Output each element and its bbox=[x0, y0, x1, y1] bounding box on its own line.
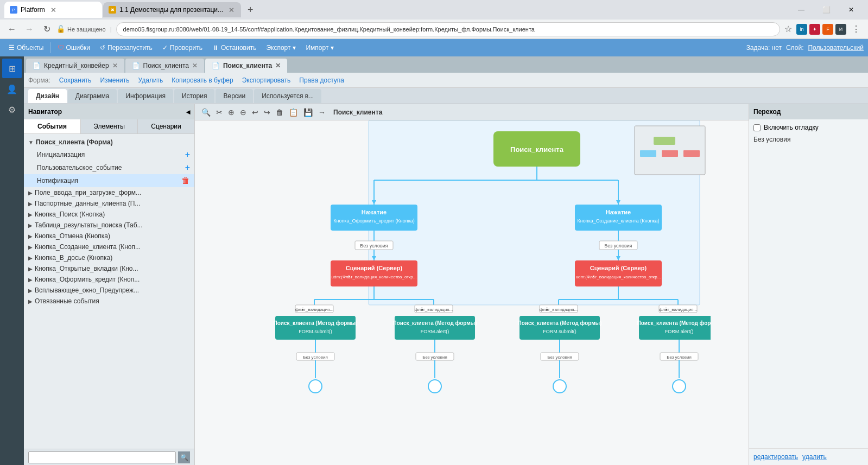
navigator-toggle[interactable]: ◂ bbox=[186, 107, 190, 116]
tab-demo-close[interactable]: ✕ bbox=[229, 6, 235, 14]
linkedin-icon[interactable]: in bbox=[796, 24, 807, 35]
tab-poisk2-close[interactable]: ✕ bbox=[275, 62, 281, 69]
export-action[interactable]: Экспортировать bbox=[242, 77, 291, 84]
nav-tab-elements[interactable]: Элементы bbox=[81, 119, 138, 133]
content-wrapper: 📄 Кредитный_конвейер ✕ 📄 Поиск_клиента ✕… bbox=[24, 56, 868, 465]
cond-label-1: Без условия bbox=[360, 243, 388, 249]
tab-poisk1-close[interactable]: ✕ bbox=[192, 62, 198, 69]
debug-checkbox-row[interactable]: Включить отладку bbox=[753, 124, 864, 131]
copy-action[interactable]: Копировать в буфер bbox=[172, 77, 233, 84]
refresh-button[interactable]: ↻ bbox=[39, 22, 54, 37]
panel-icon-grid[interactable]: ⊞ bbox=[2, 59, 22, 78]
check-button[interactable]: ✓ Проверить bbox=[158, 43, 207, 53]
objects-button[interactable]: ☰ Объекты bbox=[4, 43, 48, 53]
diag-zoom-fit[interactable]: ⊕ bbox=[226, 107, 237, 118]
diag-zoom-out[interactable]: ⊖ bbox=[238, 107, 249, 118]
tree-btn-credit[interactable]: ▶ Кнопка_Оформить_кредит (Кноп... bbox=[24, 274, 194, 285]
diag-delete[interactable]: 🗑 bbox=[274, 107, 286, 118]
tab-kredity-close[interactable]: ✕ bbox=[112, 62, 118, 69]
tree-passport[interactable]: ▶ Паспортные_данные_клиента (П... bbox=[24, 198, 194, 209]
errors-button[interactable]: 🛡 Ошибки bbox=[53, 43, 95, 53]
tree-notification[interactable]: Нотификация 🗑 bbox=[24, 174, 194, 187]
tree-init[interactable]: Инициализация + bbox=[24, 148, 194, 161]
stop-icon: ⏸ bbox=[212, 44, 219, 52]
add-icon-user[interactable]: + bbox=[185, 163, 190, 173]
nav-tab-events[interactable]: События bbox=[24, 119, 81, 133]
tree-table[interactable]: ▶ Таблица_результаты_поиска (Таб... bbox=[24, 220, 194, 231]
delete-link[interactable]: удалить bbox=[802, 453, 827, 461]
delete-icon-notif[interactable]: 🗑 bbox=[181, 176, 190, 186]
maximize-button[interactable]: ⬜ bbox=[814, 2, 839, 18]
back-button[interactable]: ← bbox=[4, 22, 20, 37]
diagram-svg-container[interactable]: Поиск_клиента Нажатие bbox=[195, 120, 749, 465]
tab-platform-close[interactable]: ✕ bbox=[50, 6, 56, 14]
ext-icon-4[interactable]: И bbox=[835, 24, 846, 35]
add-icon-init[interactable]: + bbox=[185, 150, 190, 160]
tab-poisk2-label: Поиск_клиента bbox=[223, 62, 272, 69]
tree-btn-cancel[interactable]: ▶ Кнопка_Отмена (Кнопка) bbox=[24, 231, 194, 241]
tree-popup[interactable]: ▶ Всплывающее_окно_Предупреж... bbox=[24, 285, 194, 296]
navigator-title: Навигатор bbox=[28, 108, 62, 116]
diagram-canvas[interactable]: 🔍 ✂ ⊕ ⊖ ↩ ↪ 🗑 📋 💾 → Поиск_клиента bbox=[195, 104, 749, 465]
tree-unlinked[interactable]: ▶ Отвязанные события bbox=[24, 296, 194, 307]
tree-root[interactable]: ▼ Поиск_клиента (Форма) bbox=[24, 136, 194, 148]
save-action[interactable]: Сохранить bbox=[59, 77, 92, 84]
nav-search-input[interactable] bbox=[28, 451, 176, 463]
layer-value[interactable]: Пользовательский bbox=[808, 44, 864, 52]
diag-undo[interactable]: ↩ bbox=[250, 107, 261, 118]
ext-icons: in ✦ F И bbox=[796, 24, 846, 35]
forward-button[interactable]: → bbox=[22, 22, 37, 37]
edit-action[interactable]: Изменить bbox=[100, 77, 129, 84]
tab-kredity[interactable]: 📄 Кредитный_конвейер ✕ bbox=[26, 59, 124, 73]
tri-dossier: ▶ bbox=[28, 255, 33, 261]
browser-tab-demo[interactable]: ✖ 1.1 Демостенды для презентаци... ✕ bbox=[103, 2, 241, 17]
diag-zoom-in[interactable]: 🔍 bbox=[199, 107, 213, 118]
panel-icon-settings[interactable]: ⚙ bbox=[2, 100, 22, 119]
delete-action[interactable]: Удалить bbox=[138, 77, 163, 84]
tree-btn-tabs[interactable]: ▶ Кнопка_Открытые_вкладки (Кно... bbox=[24, 263, 194, 274]
panel-icon-user[interactable]: 👤 bbox=[2, 79, 22, 99]
export-button[interactable]: Экспорт ▾ bbox=[262, 43, 300, 53]
diag-save[interactable]: 💾 bbox=[301, 107, 315, 118]
close-button[interactable]: ✕ bbox=[839, 2, 864, 18]
sub-tab-history[interactable]: История bbox=[174, 89, 215, 103]
tab-kredity-icon: 📄 bbox=[33, 62, 41, 69]
ext-icon-2[interactable]: ✦ bbox=[809, 24, 820, 35]
tree-btn-search[interactable]: ▶ Кнопка_Поиск (Кнопка) bbox=[24, 209, 194, 220]
diag-scissors[interactable]: ✂ bbox=[214, 107, 225, 118]
tree-field-load[interactable]: ▶ Поле_ввода_при_загрузке_форм... bbox=[24, 187, 194, 198]
diag-redo[interactable]: ↪ bbox=[262, 107, 273, 118]
minimize-button[interactable]: — bbox=[789, 2, 814, 18]
access-action[interactable]: Права доступа bbox=[299, 77, 344, 84]
tab-poisk2[interactable]: 📄 Поиск_клиента ✕ bbox=[205, 59, 287, 73]
tree-btn-dossier[interactable]: ▶ Кнопка_В_досье (Кнопка) bbox=[24, 252, 194, 263]
tab-poisk1[interactable]: 📄 Поиск_клиента ✕ bbox=[125, 59, 204, 73]
nav-search-button[interactable]: 🔍 bbox=[178, 451, 190, 463]
tri-table: ▶ bbox=[28, 222, 33, 228]
lock-icon: 🔓 Не защищено | bbox=[56, 25, 114, 33]
stop-button[interactable]: ⏸ Остановить bbox=[208, 43, 261, 53]
new-tab-button[interactable]: + bbox=[244, 4, 257, 16]
restart-button[interactable]: ↺ Перезапустить bbox=[96, 43, 157, 53]
import-button[interactable]: Импорт ▾ bbox=[301, 43, 338, 53]
star-icon[interactable]: ☆ bbox=[782, 22, 794, 36]
tree-btn-create[interactable]: ▶ Кнопка_Создание_клиента (Кноп... bbox=[24, 241, 194, 252]
menu-button[interactable]: ⋮ bbox=[848, 22, 864, 37]
sub-tab-design[interactable]: Дизайн bbox=[28, 89, 67, 103]
tree-user-event[interactable]: Пользовательское_событие + bbox=[24, 161, 194, 174]
browser-tab-platform[interactable]: P Platform ✕ bbox=[4, 2, 102, 18]
diag-copy[interactable]: 📋 bbox=[287, 107, 300, 118]
content-tab-bar: 📄 Кредитный_конвейер ✕ 📄 Поиск_клиента ✕… bbox=[24, 56, 868, 73]
app-left-panel: ⊞ 👤 ⚙ bbox=[0, 56, 24, 465]
diag-arrow[interactable]: → bbox=[316, 107, 328, 118]
nav-tab-scenarios[interactable]: Сценарии bbox=[138, 119, 194, 133]
node-scenario2-title: Сценарий (Сервер) bbox=[590, 265, 647, 271]
sub-tab-used[interactable]: Используется в... bbox=[254, 89, 321, 103]
sub-tab-diagram[interactable]: Диаграмма bbox=[68, 89, 117, 103]
edit-link[interactable]: редактировать bbox=[753, 453, 798, 461]
address-input[interactable] bbox=[116, 22, 780, 36]
sub-tab-info[interactable]: Информация bbox=[118, 89, 173, 103]
debug-checkbox[interactable] bbox=[753, 124, 761, 131]
ext-icon-3[interactable]: F bbox=[822, 24, 833, 35]
sub-tab-versions[interactable]: Версии bbox=[216, 89, 253, 103]
